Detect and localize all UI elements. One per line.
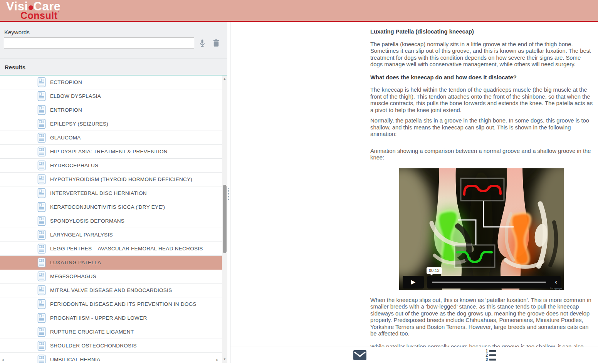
article-section-heading: What does the kneecap do and how does it… [370,74,593,81]
result-label: HYDROCEPHALUS [50,163,98,168]
knee-comparison-illustration [399,168,564,290]
results-list: ECTROPION ELBOW DYSPLASIA ENTROPION [0,75,222,363]
result-list-item[interactable]: HYPOTHYROIDISM (THYROID HORMONE DEFICIEN… [0,173,222,186]
article-paragraph: The patella (kneecap) normally sits in a… [370,41,593,68]
document-icon [37,105,46,115]
result-label: PROGNATHISM - UPPER AND LOWER [50,315,147,321]
panel-resize-gutter[interactable] [227,22,230,363]
result-list-item[interactable]: PERIODONTAL DISEASE AND ITS PREVENTION I… [0,297,222,311]
document-icon [37,257,46,268]
document-icon [37,119,46,129]
result-list-item[interactable]: GLAUCOMA [0,131,222,145]
result-label: LARYNGEAL PARALYSIS [50,232,113,238]
document-icon [37,299,46,309]
result-label: KERATOCONJUNCTIVITIS SICCA ('DRY EYE') [50,204,165,210]
video-timeline[interactable]: ‹ 00:13 [427,276,561,289]
scroll-left-icon[interactable]: ◄ [1,358,4,362]
knee-animation-video-player[interactable]: ▶ ‹ 00:13 © Copyright [399,168,564,290]
result-label: LUXATING PATELLA [50,260,101,265]
document-icon [37,160,46,171]
results-vertical-scrollbar[interactable]: ▲ ▼ [222,75,227,363]
microphone-button[interactable] [197,38,207,48]
results-label: Results [5,64,25,70]
result-label: PERIODONTAL DISEASE AND ITS PREVENTION I… [50,301,197,307]
document-icon [37,271,46,282]
result-list-item[interactable]: PROGNATHISM - UPPER AND LOWER [0,311,222,325]
result-list-item[interactable]: HIP DYSPLASIA: TREATMENT & PREVENTION [0,145,222,159]
result-list-item[interactable]: RUPTURE CRUCIATE LIGAMENT [0,325,222,339]
chevron-left-icon[interactable]: ‹ [555,276,557,289]
trash-icon [212,39,220,48]
result-label: ECTROPION [50,79,82,85]
result-list-item[interactable]: ECTROPION [0,75,222,89]
result-label: GLAUCOMA [50,135,81,141]
bottom-toolbar: 123 [230,347,598,363]
result-label: SPONDYLOSIS DEFORMANS [50,218,124,224]
copyright-watermark: © Copyright [550,287,562,290]
result-label: SHOULDER OSTEOCHONDROSIS [50,343,137,349]
document-icon [37,354,46,363]
document-icon [37,285,46,295]
result-label: MEGESOPHAGUS [50,273,96,279]
clear-search-button[interactable] [211,38,221,48]
time-tooltip: 00:13 [427,267,442,274]
scroll-right-icon[interactable]: ► [216,358,219,362]
logo-line2: Consult' [20,11,61,20]
visiocare-consult-app: VisiCare Consult' Keywords [0,0,598,364]
article-panel: Luxating Patella (dislocating kneecap) T… [230,22,598,363]
article-title: Luxating Patella (dislocating kneecap) [370,29,593,35]
result-list-item[interactable]: HYDROCEPHALUS [0,159,222,173]
document-icon [37,216,46,226]
keywords-divider [0,59,227,59]
scroll-down-icon[interactable]: ▼ [222,357,227,362]
animation-caption: Animation showing a comparison between a… [370,148,593,161]
document-icon [37,313,46,323]
result-label: LEGG PERTHES – AVASCULAR FEMORAL HEAD NE… [50,246,203,252]
result-label: INTERVERTEBRAL DISC HERNIATION [50,190,147,196]
article-paragraph: The kneecap is held within the tendon of… [370,87,593,114]
envelope-icon [353,350,366,360]
document-icon [37,188,46,198]
document-icon [37,230,46,240]
result-list-item[interactable]: SPONDYLOSIS DEFORMANS [0,214,222,228]
ordered-list-icon[interactable]: 123 [484,349,496,362]
document-icon [37,341,46,351]
search-sidebar: Keywords Results [0,22,227,363]
document-icon [37,77,46,87]
document-icon [37,202,46,212]
microphone-icon [198,39,207,48]
vertical-scroll-thumb[interactable] [223,185,227,253]
result-list-item[interactable]: KERATOCONJUNCTIVITIS SICCA ('DRY EYE') [0,200,222,214]
scroll-up-icon[interactable]: ▲ [222,76,227,82]
visiocare-logo: VisiCare Consult' [6,0,61,20]
result-list-item[interactable]: ENTROPION [0,103,222,117]
result-label: ELBOW DYSPLASIA [50,93,101,99]
result-list-item[interactable]: LUXATING PATELLA [0,256,222,270]
result-label: MITRAL VALVE DISEASE AND ENDOCARDIOSIS [50,287,172,293]
result-list-item[interactable]: LEGG PERTHES – AVASCULAR FEMORAL HEAD NE… [0,242,222,256]
play-button[interactable]: ▶ [403,276,424,289]
result-list-item[interactable]: MEGESOPHAGUS [0,270,222,283]
result-list-item[interactable]: INTERVERTEBRAL DISC HERNIATION [0,186,222,200]
result-label: HIP DYSPLASIA: TREATMENT & PREVENTION [50,149,168,154]
keywords-input[interactable] [4,37,194,49]
result-label: HYPOTHYROIDISM (THYROID HORMONE DEFICIEN… [50,176,192,182]
email-button[interactable] [353,350,366,362]
article-paragraph: When the kneecap slips out, this is know… [370,297,593,337]
play-icon: ▶ [411,278,416,285]
result-list-item[interactable]: UMBILICAL HERNIA [0,353,222,363]
result-list-item[interactable]: SHOULDER OSTEOCHONDROSIS [0,339,222,353]
result-list-item[interactable]: ELBOW DYSPLASIA [0,89,222,103]
keywords-label: Keywords [4,29,30,35]
document-icon [37,91,46,101]
result-label: EPILEPSY (SEIZURES) [50,121,108,127]
result-label: RUPTURE CRUCIATE LIGAMENT [50,329,134,335]
article-paragraph: Normally, the patella sits in a groove i… [370,117,593,138]
result-list-item[interactable]: MITRAL VALVE DISEASE AND ENDOCARDIOSIS [0,283,222,297]
document-icon [37,243,46,254]
result-list-item[interactable]: LARYNGEAL PARALYSIS [0,228,222,242]
result-label: UMBILICAL HERNIA [50,357,100,362]
document-icon [37,133,46,143]
result-list-item[interactable]: EPILEPSY (SEIZURES) [0,117,222,131]
timeline-track[interactable] [432,282,546,283]
